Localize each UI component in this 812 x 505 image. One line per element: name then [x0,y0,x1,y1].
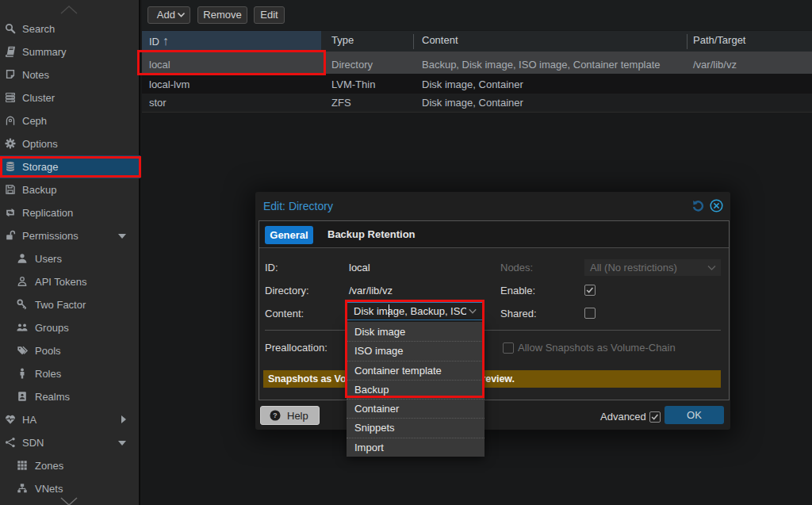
svg-text:?: ? [273,411,277,419]
